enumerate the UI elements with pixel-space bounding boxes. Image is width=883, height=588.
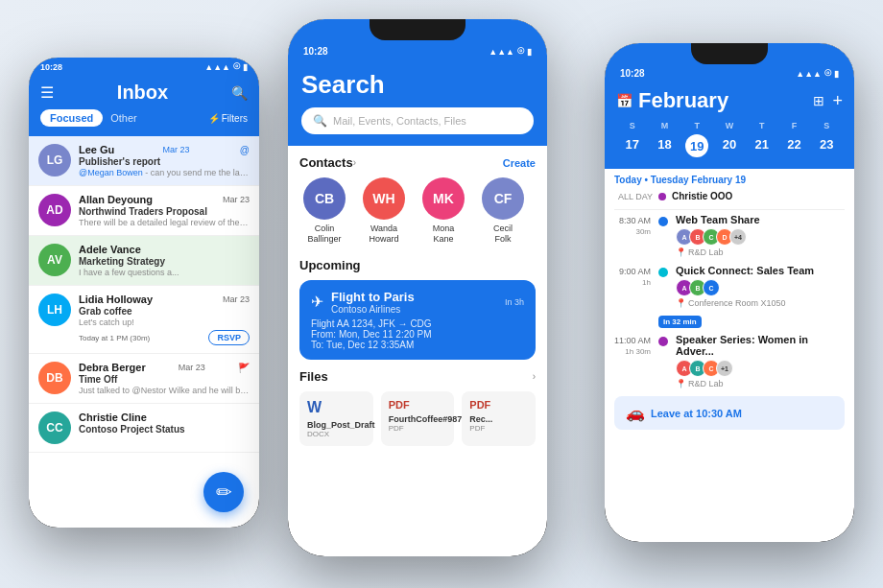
- file-blog[interactable]: W Blog_Post_Draft DOCX: [299, 391, 373, 446]
- event-avatars-web: A B C D +4: [676, 228, 845, 246]
- cal-icon: 📅: [616, 93, 632, 108]
- preview-debra: Just talked to @Nestor Wilke and he will…: [79, 386, 250, 395]
- all-day-event[interactable]: Christie OOO: [672, 191, 732, 201]
- contact-mona[interactable]: MK MonaKane: [418, 177, 468, 245]
- add-icon[interactable]: +: [832, 91, 843, 111]
- mail-item-allan[interactable]: AD Allan Deyoung Mar 23 Northwind Trader…: [29, 186, 259, 236]
- battery-left: ▮: [243, 62, 248, 72]
- event-dot-ss: [658, 337, 668, 346]
- signal-center: ▲▲▲: [489, 47, 514, 57]
- event-title-web: Web Team Share: [676, 214, 845, 225]
- filters-btn[interactable]: ⚡ Filters: [208, 113, 248, 124]
- signal-right: ▲▲▲: [796, 69, 822, 79]
- cal-month-title: 📅 February: [616, 88, 728, 113]
- date-lee-gu: Mar 23: [163, 145, 190, 154]
- mail-content-christie-c: Christie Cline Contoso Project Status: [79, 412, 250, 435]
- event-content-web: Web Team Share A B C D +4 📍 R&D Lab: [676, 214, 845, 257]
- date-20[interactable]: 20: [713, 134, 746, 157]
- other-tab[interactable]: Other: [110, 112, 137, 124]
- now-indicator-wrapper: In 32 min 11:00 AM 1h 30m Speaker Series…: [614, 316, 845, 388]
- file-coffee[interactable]: PDF FourthCoffee#987 PDF: [381, 391, 455, 446]
- leave-banner[interactable]: 🚗 Leave at 10:30 AM: [614, 396, 845, 430]
- compose-fab[interactable]: ✏: [203, 472, 244, 512]
- preview-adele: I have a few questions a...: [79, 268, 250, 277]
- focused-tab[interactable]: Focused: [40, 109, 103, 127]
- time-right: 10:28: [620, 68, 645, 79]
- flight-card[interactable]: ✈ Flight to Paris Contoso Airlines In 3h…: [299, 280, 536, 360]
- now-indicator-row: In 32 min: [658, 316, 845, 332]
- sender-allan: Allan Deyoung: [79, 194, 153, 205]
- contact-colin[interactable]: CB ColinBallinger: [299, 177, 349, 245]
- event-quick-connect[interactable]: 9:00 AM 1h Quick Connect: Sales Team A B…: [614, 265, 845, 308]
- flight-title: Flight to Paris: [331, 290, 415, 304]
- event-time-qc: 9:00 AM 1h: [614, 265, 651, 287]
- mail-content-lee-gu: Lee Gu Mar 23 @ Publisher's report @Mega…: [79, 144, 250, 177]
- status-icons-center: ▲▲▲ ⦾ ▮: [489, 46, 532, 57]
- contact-wanda[interactable]: WH WandaHoward: [359, 177, 409, 245]
- date-debra: Mar 23: [179, 363, 205, 372]
- grid-icon[interactable]: ⊞: [813, 93, 824, 108]
- date-allan: Mar 23: [223, 195, 250, 204]
- name-mona: MonaKane: [433, 223, 455, 245]
- date-21[interactable]: 21: [746, 134, 778, 157]
- files-header: Files ›: [299, 369, 536, 384]
- today-label: Today • Tuesday February 19: [614, 175, 845, 185]
- date-18[interactable]: 18: [649, 134, 681, 157]
- mail-content-debra: Debra Berger Mar 23 🚩 Time Off Just talk…: [79, 362, 250, 395]
- subject-lidia: Grab coffee: [79, 306, 250, 317]
- date-19-wrapper[interactable]: 19: [680, 134, 713, 157]
- week-days-row: S M T W T F S: [616, 121, 843, 130]
- event-speaker-series[interactable]: 11:00 AM 1h 30m Speaker Series: Women in…: [614, 334, 845, 388]
- cal-header: 📅 February ⊞ + S M T W T F S: [605, 81, 854, 169]
- pin-icon-qc: 📍: [676, 298, 686, 308]
- sender-christie-c: Christie Cline: [79, 412, 147, 423]
- files-row: W Blog_Post_Draft DOCX PDF FourthCoffee#…: [299, 391, 536, 446]
- inbox-header: ☰ Inbox 🔍 Focused Other ⚡ Filters: [29, 74, 259, 136]
- mail-list: LG Lee Gu Mar 23 @ Publisher's report @M…: [29, 136, 259, 453]
- mail-item-adele[interactable]: AV Adele Vance Marketing Strategy I have…: [29, 236, 259, 286]
- event-dot-web: [658, 217, 668, 226]
- divider-1: [614, 209, 845, 210]
- sender-debra: Debra Berger: [79, 362, 146, 373]
- subject-adele: Marketing Strategy: [79, 256, 250, 267]
- contacts-create[interactable]: Create: [503, 157, 536, 169]
- date-19-today[interactable]: 19: [685, 134, 708, 157]
- focused-bar: Focused Other ⚡ Filters: [40, 109, 248, 127]
- rsvp-row: Today at 1 PM (30m) RSVP: [79, 330, 250, 345]
- search-icon-left[interactable]: 🔍: [231, 85, 248, 101]
- upcoming-title: Upcoming: [299, 258, 361, 272]
- event-web-team[interactable]: 8:30 AM 30m Web Team Share A B C D +4: [614, 214, 845, 257]
- rsvp-time: Today at 1 PM (30m): [79, 334, 150, 342]
- hamburger-icon[interactable]: ☰: [40, 83, 54, 102]
- mail-item-lidia[interactable]: LH Lidia Holloway Mar 23 Grab coffee Let…: [29, 286, 259, 354]
- mail-item-debra[interactable]: DB Debra Berger Mar 23 🚩 Time Off Just t…: [29, 354, 259, 404]
- event-content-ss: Speaker Series: Women in Adver... A B C …: [676, 334, 845, 388]
- date-23[interactable]: 23: [810, 134, 843, 157]
- avatar-adele: AV: [38, 244, 71, 276]
- name-colin: ColinBallinger: [307, 223, 341, 245]
- search-bar[interactable]: 🔍 Mail, Events, Contacts, Files: [301, 107, 534, 134]
- rsvp-button[interactable]: RSVP: [208, 330, 250, 345]
- search-icon-center: 🔍: [313, 114, 327, 128]
- file-rec[interactable]: PDF Rec... PDF: [462, 391, 536, 446]
- status-icons-left: ▲▲▲ ⦾ ▮: [204, 61, 248, 72]
- wifi-center: ⦾: [517, 46, 524, 57]
- subject-debra: Time Off: [79, 374, 250, 385]
- mail-item-lee-gu[interactable]: LG Lee Gu Mar 23 @ Publisher's report @M…: [29, 136, 259, 186]
- date-17[interactable]: 17: [616, 134, 649, 157]
- day-mon: M: [649, 121, 681, 130]
- wifi-symbol-left: ⦾: [233, 61, 240, 72]
- event-dot-qc: [658, 268, 668, 277]
- upcoming-header: Upcoming: [299, 258, 536, 272]
- flight-from: From: Mon, Dec 11 2:20 PM: [311, 329, 524, 340]
- contact-cecil[interactable]: CF CecilFolk: [478, 177, 528, 245]
- pdf-icon-rec: PDF: [469, 399, 490, 411]
- mail-item-christie-c[interactable]: CC Christie Cline Contoso Project Status: [29, 404, 259, 453]
- notch-right: [691, 43, 768, 64]
- dates-row: 17 18 19 20 21 22 23: [616, 134, 843, 157]
- preview-lee-gu: @Megan Bowen - can you send me the lates…: [79, 168, 250, 177]
- battery-right: ▮: [834, 69, 839, 79]
- search-header: Search 🔍 Mail, Events, Contacts, Files: [288, 59, 547, 146]
- date-lidia: Mar 23: [223, 294, 250, 304]
- date-22[interactable]: 22: [778, 134, 811, 157]
